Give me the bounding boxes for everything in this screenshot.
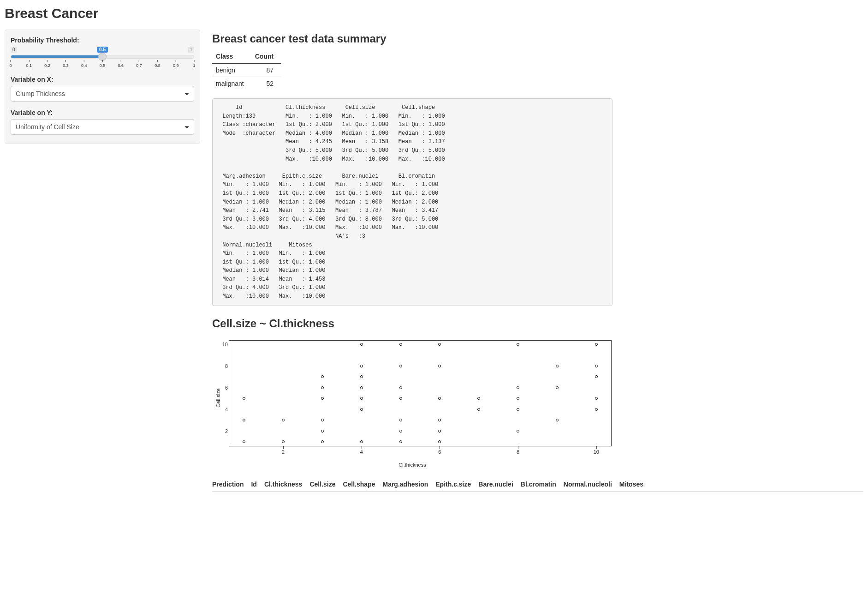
plot-point xyxy=(243,440,245,443)
plot-point xyxy=(556,365,559,367)
table-row: malignant 52 xyxy=(212,77,281,90)
pred-header-col: Normal.nucleoli xyxy=(564,481,612,488)
plot-point xyxy=(399,430,402,433)
pred-header-col: Mitoses xyxy=(619,481,643,488)
slider-tick: 0.5 xyxy=(100,60,106,68)
pred-header-col: Cl.thickness xyxy=(264,481,302,488)
pred-header-col: Id xyxy=(251,481,256,488)
slider-tick: 0.1 xyxy=(26,60,32,68)
plot-point xyxy=(321,375,324,378)
slider-tick: 0.8 xyxy=(155,60,161,68)
plot-point xyxy=(243,419,245,421)
var-x-select[interactable]: Clump Thickness xyxy=(11,86,194,102)
pred-header-col: Epith.c.size xyxy=(435,481,471,488)
plot-title: Cell.size ~ Cl.thickness xyxy=(212,317,863,330)
plot-point xyxy=(556,386,559,389)
pred-header-col: Cell.size xyxy=(309,481,335,488)
plot-point xyxy=(282,440,285,443)
var-y-label: Variable on Y: xyxy=(11,109,194,116)
slider-value: 0.5 xyxy=(97,47,108,53)
plot-point xyxy=(243,397,245,400)
plot-ytick: 2 xyxy=(221,428,228,434)
table-row: benign 87 xyxy=(212,63,281,77)
class-cell: malignant xyxy=(212,77,251,90)
class-th-1: Count xyxy=(251,50,281,63)
plot-ytick: 10 xyxy=(221,342,228,347)
slider-fill xyxy=(11,55,102,58)
plot-point xyxy=(399,365,402,367)
sidebar-panel: Probability Threshold: 0 1 0.5 00.10.20.… xyxy=(5,30,200,144)
var-y-select[interactable]: Uniformity of Cell Size xyxy=(11,119,194,135)
slider-tick: 0.2 xyxy=(44,60,50,68)
prediction-table-header: PredictionIdCl.thicknessCell.sizeCell.sh… xyxy=(212,481,863,492)
threshold-label: Probability Threshold: xyxy=(11,36,194,44)
plot-ytick: 4 xyxy=(221,407,228,412)
plot-point xyxy=(477,408,480,411)
plot-point xyxy=(517,408,519,411)
plot-ytick: 8 xyxy=(221,363,228,369)
plot-point xyxy=(399,386,402,389)
class-cell: benign xyxy=(212,63,251,77)
chevron-down-icon xyxy=(184,93,189,96)
plot-point xyxy=(556,419,559,421)
plot-point xyxy=(360,440,363,443)
count-cell: 87 xyxy=(251,63,281,77)
slider-tick: 1 xyxy=(193,60,195,68)
plot-xtick: 2 xyxy=(282,449,285,455)
pred-header-col: Bl.cromatin xyxy=(521,481,556,488)
plot-point xyxy=(399,419,402,421)
slider-max: 1 xyxy=(188,47,194,53)
plot-point xyxy=(517,343,519,346)
plot-point xyxy=(282,419,285,421)
class-table: Class Count benign 87 malignant 52 xyxy=(212,50,281,90)
plot-point xyxy=(399,343,402,346)
plot-point xyxy=(438,397,441,400)
plot-point xyxy=(595,343,598,346)
summary-text: Id Cl.thickness Cell.size Cell.shape Len… xyxy=(212,98,612,306)
plot-xtick: 4 xyxy=(360,449,363,455)
count-cell: 52 xyxy=(251,77,281,90)
scatter-plot: Cell.size 246810246810 xyxy=(212,337,612,459)
plot-point xyxy=(321,397,324,400)
plot-point xyxy=(321,430,324,433)
slider-tick: 0.7 xyxy=(136,60,142,68)
slider-tick: 0 xyxy=(9,60,12,68)
threshold-slider[interactable]: 0 1 0.5 00.10.20.30.40.50.60.70.80.91 xyxy=(11,47,194,68)
plot-point xyxy=(595,408,598,411)
plot-ytick: 6 xyxy=(221,385,228,391)
plot-point xyxy=(595,397,598,400)
plot-point xyxy=(438,440,441,443)
slider-tick: 0.4 xyxy=(81,60,87,68)
plot-point xyxy=(360,386,363,389)
plot-xlabel: Cl.thickness xyxy=(212,462,612,468)
page-title: Breast Cancer xyxy=(5,6,863,21)
plot-point xyxy=(360,375,363,378)
var-y-value: Uniformity of Cell Size xyxy=(16,123,79,131)
plot-point xyxy=(321,386,324,389)
pred-header-col: Bare.nuclei xyxy=(478,481,513,488)
plot-point xyxy=(438,343,441,346)
plot-point xyxy=(360,365,363,367)
plot-point xyxy=(360,343,363,346)
slider-track[interactable] xyxy=(11,55,194,59)
plot-frame xyxy=(229,340,612,446)
plot-point xyxy=(360,397,363,400)
plot-point xyxy=(517,397,519,400)
class-th-0: Class xyxy=(212,50,251,63)
var-x-label: Variable on X: xyxy=(11,76,194,83)
plot-point xyxy=(321,419,324,421)
plot-point xyxy=(517,386,519,389)
plot-xtick: 10 xyxy=(594,449,599,455)
plot-point xyxy=(438,430,441,433)
plot-xtick: 8 xyxy=(517,449,519,455)
slider-tick: 0.6 xyxy=(118,60,124,68)
summary-title: Breast cancer test data summary xyxy=(212,32,863,45)
slider-tick: 0.9 xyxy=(173,60,179,68)
plot-point xyxy=(438,419,441,421)
slider-tick: 0.3 xyxy=(63,60,69,68)
pred-header-col: Prediction xyxy=(212,481,244,488)
plot-point xyxy=(438,365,441,367)
plot-point xyxy=(360,408,363,411)
slider-min: 0 xyxy=(11,47,17,53)
var-x-value: Clump Thickness xyxy=(16,90,65,97)
